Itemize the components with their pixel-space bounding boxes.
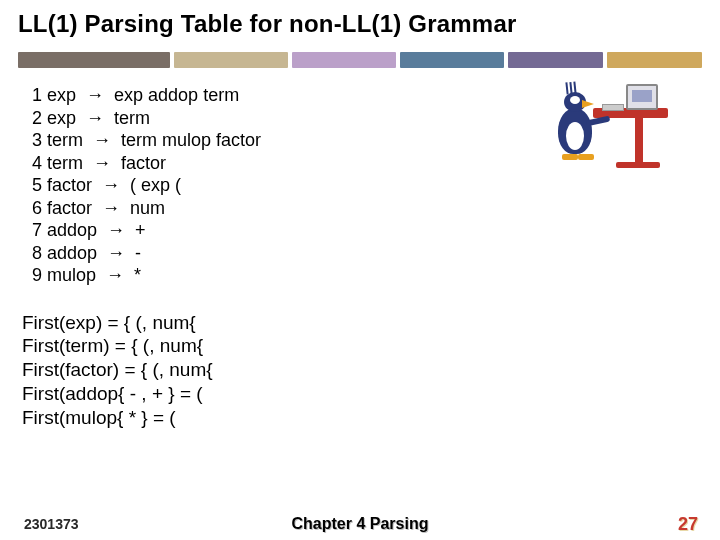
grammar-rule: 9 mulop → * (32, 264, 720, 287)
grammar-rule: 6 factor → num (32, 197, 720, 220)
arrow-icon: → (88, 130, 116, 150)
footer: 2301373 Chapter 4 Parsing 27 (0, 516, 720, 532)
rule-lhs: exp (42, 85, 81, 105)
rule-number: 4 (32, 153, 42, 173)
arrow-icon: → (81, 108, 109, 128)
arrow-icon: → (81, 85, 109, 105)
bar-segment (400, 52, 504, 68)
rule-lhs: factor (42, 175, 97, 195)
first-set-line: First(term) = { (, num{ (22, 334, 720, 358)
rule-number: 9 (32, 265, 42, 285)
bar-segment (607, 52, 702, 68)
first-set-line: First(exp) = { (, num{ (22, 311, 720, 335)
grammar-rule: 7 addop → + (32, 219, 720, 242)
rule-rhs: - (130, 243, 141, 263)
rule-rhs: exp addop term (109, 85, 239, 105)
rule-number: 8 (32, 243, 42, 263)
grammar-rule: 8 addop → - (32, 242, 720, 265)
arrow-icon: → (102, 243, 130, 263)
arrow-icon: → (97, 198, 125, 218)
rule-number: 2 (32, 108, 42, 128)
rule-rhs: factor (116, 153, 166, 173)
arrow-icon: → (101, 265, 129, 285)
chapter-label: Chapter 4 Parsing (292, 515, 429, 533)
rule-lhs: term (42, 130, 88, 150)
rule-rhs: + (130, 220, 146, 240)
first-sets-block: First(exp) = { (, num{First(term) = { (,… (0, 293, 720, 430)
rule-lhs: mulop (42, 265, 101, 285)
rule-number: 7 (32, 220, 42, 240)
rule-rhs: ( exp ( (125, 175, 181, 195)
first-set-line: First(addop{ - , + } = ( (22, 382, 720, 406)
rule-rhs: * (129, 265, 141, 285)
rule-lhs: exp (42, 108, 81, 128)
first-set-line: First(mulop{ * } = ( (22, 406, 720, 430)
rule-lhs: addop (42, 220, 102, 240)
bar-segment (174, 52, 288, 68)
rule-number: 3 (32, 130, 42, 150)
bar-segment (508, 52, 603, 68)
arrow-icon: → (102, 220, 130, 240)
rule-lhs: term (42, 153, 88, 173)
bird-computer-illustration (548, 78, 668, 178)
course-code: 2301373 (0, 516, 79, 532)
color-bar (0, 52, 720, 70)
bar-segment (292, 52, 396, 68)
first-set-line: First(factor) = { (, num{ (22, 358, 720, 382)
rule-rhs: num (125, 198, 165, 218)
page-number: 27 (678, 514, 698, 535)
slide-title: LL(1) Parsing Table for non-LL(1) Gramma… (0, 0, 720, 52)
arrow-icon: → (97, 175, 125, 195)
bar-segment (18, 52, 170, 68)
rule-number: 5 (32, 175, 42, 195)
rule-rhs: term mulop factor (116, 130, 261, 150)
arrow-icon: → (88, 153, 116, 173)
rule-lhs: addop (42, 243, 102, 263)
rule-rhs: term (109, 108, 150, 128)
rule-number: 1 (32, 85, 42, 105)
rule-number: 6 (32, 198, 42, 218)
rule-lhs: factor (42, 198, 97, 218)
